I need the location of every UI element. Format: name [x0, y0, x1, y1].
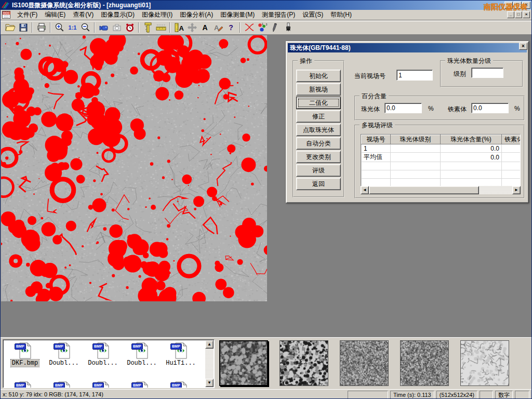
- new-field-button[interactable]: 新视场: [296, 83, 341, 96]
- pearlite-percent-input[interactable]: [384, 103, 422, 113]
- table-horizontal-scrollbar[interactable]: ◄ ►: [361, 186, 521, 194]
- file-item[interactable]: BMP: [6, 381, 44, 388]
- menu-settings[interactable]: 设置(S): [299, 9, 327, 20]
- col-pearlite-content[interactable]: 珠光体含量(%): [441, 135, 502, 144]
- zoom-in-icon: [55, 22, 65, 33]
- menu-file[interactable]: 文件(F): [14, 9, 41, 20]
- thumbnail-2[interactable]: [280, 340, 328, 386]
- percent-group-label: 百分含量: [360, 92, 389, 101]
- file-item[interactable]: BMP: [123, 381, 161, 388]
- scroll-down-button[interactable]: ▼: [205, 379, 214, 387]
- menu-bar: DOC 文件(F) 编辑(E) 查看(V) 图像显示(D) 图像处理(I) 图像…: [1, 10, 531, 20]
- grade-input[interactable]: [471, 68, 503, 78]
- menu-edit[interactable]: 编辑(E): [41, 9, 69, 20]
- ferrite-percent-input[interactable]: [471, 103, 509, 113]
- auto-classify-button[interactable]: 自动分类: [296, 137, 341, 150]
- file-item[interactable]: BMP: [162, 381, 200, 388]
- zoom-1to1-button[interactable]: 1:1: [66, 21, 79, 34]
- svg-text:A: A: [179, 24, 184, 32]
- scroll-left-button[interactable]: ◄: [361, 186, 369, 194]
- metallograph-image[interactable]: [1, 35, 267, 301]
- window-title: IS100显微摄像系统(金相分析版) - [zhuguangti01]: [12, 1, 151, 10]
- move-cross-button[interactable]: [185, 21, 198, 34]
- font-button[interactable]: A: [198, 21, 211, 34]
- scroll-right-button[interactable]: ►: [512, 186, 521, 194]
- file-name[interactable]: DKF.bmp: [11, 360, 39, 367]
- file-item[interactable]: BMP: [45, 381, 83, 388]
- child-minimize-button[interactable]: _: [507, 11, 514, 18]
- file-item[interactable]: BMP HuiTi...: [162, 342, 200, 367]
- title-bar: IS100显微摄像系统(金相分析版) - [zhuguangti01] _ □ …: [1, 1, 531, 10]
- rating-table[interactable]: 视场号 珠光体级别 珠光体含量(%) 铁素体含量(%) 1 0.0: [361, 134, 521, 187]
- caliper-icon: [143, 22, 153, 33]
- menu-help[interactable]: 帮助(H): [327, 9, 355, 20]
- col-pearlite-grade[interactable]: 珠光体级别: [391, 135, 441, 144]
- table-row[interactable]: 平均值 0.0: [362, 153, 521, 162]
- col-ferrite-content[interactable]: 铁素体含量(%): [502, 135, 521, 144]
- caliper-button[interactable]: [141, 21, 154, 34]
- current-field-input[interactable]: [396, 70, 433, 81]
- table-row[interactable]: 1 0.0: [362, 144, 521, 153]
- zoom-out-button[interactable]: [79, 21, 92, 34]
- open-button[interactable]: [4, 21, 17, 34]
- measure-text-button[interactable]: A: [172, 21, 185, 34]
- scrollbar-thumb[interactable]: [369, 186, 479, 194]
- menu-measure-report[interactable]: 测量报告(P): [258, 9, 299, 20]
- return-button[interactable]: 返回: [296, 178, 341, 190]
- file-item[interactable]: BMP Doubl...: [123, 342, 161, 367]
- file-item-selected[interactable]: BMP DKF.bmp: [6, 342, 44, 367]
- correct-button[interactable]: 修正: [296, 110, 341, 123]
- file-item[interactable]: BMP Doubl...: [45, 342, 83, 367]
- binarize-button[interactable]: 二值化: [296, 97, 341, 109]
- file-item[interactable]: BMP: [84, 381, 122, 388]
- dialog-close-button[interactable]: ×: [519, 43, 527, 50]
- classify-balls-icon: 13: [257, 22, 268, 33]
- annotate-button[interactable]: A: [211, 21, 224, 34]
- brush-button[interactable]: [282, 21, 295, 34]
- still-camera-button[interactable]: [110, 21, 123, 34]
- clock-icon: [125, 22, 135, 33]
- rate-button[interactable]: 评级: [296, 164, 341, 177]
- workspace: 珠光体(GB/T9441-88) × 操作 初始化 新视场 二值化 修正 点取珠…: [1, 35, 532, 337]
- pick-pearlite-button[interactable]: 点取珠光体: [296, 124, 341, 136]
- probe-pen-icon: [270, 22, 281, 33]
- file-name[interactable]: Doubl...: [48, 360, 80, 367]
- init-button[interactable]: 初始化: [296, 70, 341, 82]
- video-capture-button[interactable]: [97, 21, 110, 34]
- classify-button[interactable]: 13: [256, 21, 269, 34]
- percent-group: 百分含量 珠光体 % 铁素体 %: [354, 96, 525, 121]
- thumbnail-3[interactable]: [340, 340, 389, 386]
- file-item[interactable]: BMP Doubl...: [84, 342, 122, 367]
- zoom-in-button[interactable]: [53, 21, 66, 34]
- curve-tool-button[interactable]: [243, 21, 256, 34]
- table-row[interactable]: [362, 170, 521, 179]
- help-button[interactable]: ?: [224, 21, 237, 34]
- thumbnail-5[interactable]: [460, 340, 509, 386]
- dialog-title-bar[interactable]: 珠光体(GB/T9441-88): [288, 43, 527, 52]
- col-field-no[interactable]: 视场号: [362, 135, 391, 144]
- file-name[interactable]: Doubl...: [126, 360, 158, 367]
- bmp-file-icon: BMP: [172, 342, 190, 359]
- child-restore-button[interactable]: □: [515, 11, 522, 18]
- menu-view[interactable]: 查看(V): [69, 9, 97, 20]
- thumbnail-4[interactable]: [400, 340, 449, 386]
- file-list-vertical-scrollbar[interactable]: ▲ ▼: [205, 340, 214, 387]
- table-row[interactable]: [362, 162, 521, 170]
- thumbnail-1[interactable]: [219, 340, 268, 386]
- file-name[interactable]: HuiTi...: [165, 360, 197, 367]
- file-name[interactable]: Doubl...: [87, 360, 119, 367]
- menu-image-measure[interactable]: 图像测量(M): [217, 9, 258, 20]
- probe-button[interactable]: [269, 21, 282, 34]
- child-close-button[interactable]: ×: [523, 11, 530, 18]
- save-button[interactable]: [17, 21, 30, 34]
- document-icon: DOC: [2, 11, 10, 19]
- print-button[interactable]: [35, 21, 48, 34]
- menu-image-analysis[interactable]: 图像分析(A): [176, 9, 217, 20]
- menu-image-processing[interactable]: 图像处理(I): [138, 9, 176, 20]
- menu-image-display[interactable]: 图像显示(D): [97, 9, 138, 20]
- ruler-button[interactable]: [154, 21, 167, 34]
- file-list[interactable]: BMP DKF.bmp BMP Doubl... BMP Doubl...: [3, 339, 215, 388]
- timer-button[interactable]: [123, 21, 136, 34]
- scroll-up-button[interactable]: ▲: [205, 340, 214, 349]
- change-class-button[interactable]: 更改类别: [296, 151, 341, 163]
